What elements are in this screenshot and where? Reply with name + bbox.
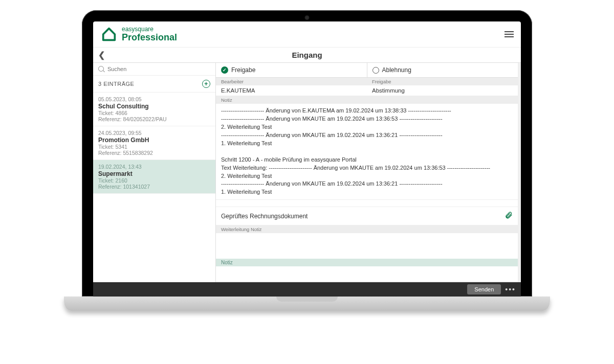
attachment-label: Geprüftes Rechnungsdokument xyxy=(221,213,308,220)
laptop-frame: easysquare Professional ❮ Eingang xyxy=(64,10,550,332)
paperclip-icon xyxy=(505,211,513,221)
entry-ticket: Ticket: 5341 xyxy=(98,144,210,150)
entry-date: 19.02.2024, 13:43 xyxy=(98,164,210,170)
entry-ticket: Ticket: 4866 xyxy=(98,110,210,116)
entry-ref: Referenz: 101341027 xyxy=(98,184,210,190)
laptop-base xyxy=(64,297,550,311)
checkmark-icon: ✓ xyxy=(221,66,228,74)
camera-dot xyxy=(305,15,310,20)
bearbeiter-label: Bearbeiter xyxy=(216,78,367,85)
attachment-row[interactable]: Geprüftes Rechnungsdokument xyxy=(216,207,518,225)
menu-icon[interactable] xyxy=(505,30,514,39)
entry-name: Supermarkt xyxy=(98,170,210,177)
brand-bottom: Professional xyxy=(122,33,177,42)
back-button[interactable]: ❮ xyxy=(98,50,105,60)
add-circle-icon[interactable]: + xyxy=(202,80,210,88)
notiz2-label: Notiz xyxy=(216,259,518,266)
title-bar: ❮ Eingang xyxy=(93,48,521,63)
weiterleitung-block[interactable]: Weiterleitung Notiz xyxy=(216,225,518,259)
tabs: ✓ Freigabe Ablehnung xyxy=(216,63,518,78)
tab-reject[interactable]: Ablehnung xyxy=(367,63,518,77)
field-row: Bearbeiter E.KAUTEMA Freigabe Abstimmung xyxy=(216,78,518,96)
search-input[interactable] xyxy=(107,66,210,72)
search-icon xyxy=(98,66,104,72)
laptop-screen: easysquare Professional ❮ Eingang xyxy=(82,10,532,297)
brand: easysquare Professional xyxy=(100,26,177,43)
entry-name: Schul Consulting xyxy=(98,103,210,110)
tab-reject-label: Ablehnung xyxy=(382,66,411,74)
entry-ticket: Ticket: 2160 xyxy=(98,177,210,184)
entry-date: 05.05.2023, 08:05 xyxy=(98,96,210,102)
list-item[interactable]: 24.05.2023, 09:55 Promotion GmbH Ticket:… xyxy=(93,126,215,160)
freigabe-label: Freigabe xyxy=(367,78,518,85)
notiz2-block[interactable]: Notiz xyxy=(216,259,518,266)
notiz-label: Notiz xyxy=(216,96,518,104)
footer-bar: Senden ••• xyxy=(93,282,521,297)
app-header: easysquare Professional xyxy=(93,21,521,48)
entry-date: 24.05.2023, 09:55 xyxy=(98,130,210,136)
scrollbar[interactable] xyxy=(518,63,521,282)
app-viewport: easysquare Professional ❮ Eingang xyxy=(93,21,521,297)
tab-approve-label: Freigabe xyxy=(231,66,255,74)
tab-approve[interactable]: ✓ Freigabe xyxy=(216,63,367,77)
freigabe-value: Abstimmung xyxy=(367,85,518,96)
body: 3 EINTRÄGE + 05.05.2023, 08:05 Schul Con… xyxy=(93,63,521,282)
send-button[interactable]: Senden xyxy=(467,284,501,294)
entry-ref: Referenz: 84/02052022/PAU xyxy=(98,116,210,122)
entry-name: Promotion GmbH xyxy=(98,136,210,144)
list-item[interactable]: 05.05.2023, 08:05 Schul Consulting Ticke… xyxy=(93,93,215,126)
list-item-selected[interactable]: 19.02.2024, 13:43 Supermarkt Ticket: 216… xyxy=(93,160,215,194)
house-icon xyxy=(100,26,118,43)
detail-panel: ✓ Freigabe Ablehnung Bearbei xyxy=(216,63,521,282)
radio-icon xyxy=(372,67,379,74)
sidebar: 3 EINTRÄGE + 05.05.2023, 08:05 Schul Con… xyxy=(93,63,216,282)
weiterleitung-label: Weiterleitung Notiz xyxy=(216,225,518,233)
page-title: Eingang xyxy=(292,51,322,59)
brand-top: easysquare xyxy=(122,26,177,33)
notiz-block: Notiz ----------------------- Änderung v… xyxy=(216,96,518,200)
bearbeiter-value: E.KAUTEMA xyxy=(216,85,367,96)
entry-count-row: 3 EINTRÄGE + xyxy=(93,76,215,93)
entry-count: 3 EINTRÄGE xyxy=(98,81,134,87)
more-icon[interactable]: ••• xyxy=(505,285,516,293)
entry-ref: Referenz: 5515838292 xyxy=(98,150,210,156)
notiz-body: ----------------------- Änderung von E.K… xyxy=(216,104,518,199)
search-row[interactable] xyxy=(93,63,215,76)
laptop-notch xyxy=(276,297,338,302)
